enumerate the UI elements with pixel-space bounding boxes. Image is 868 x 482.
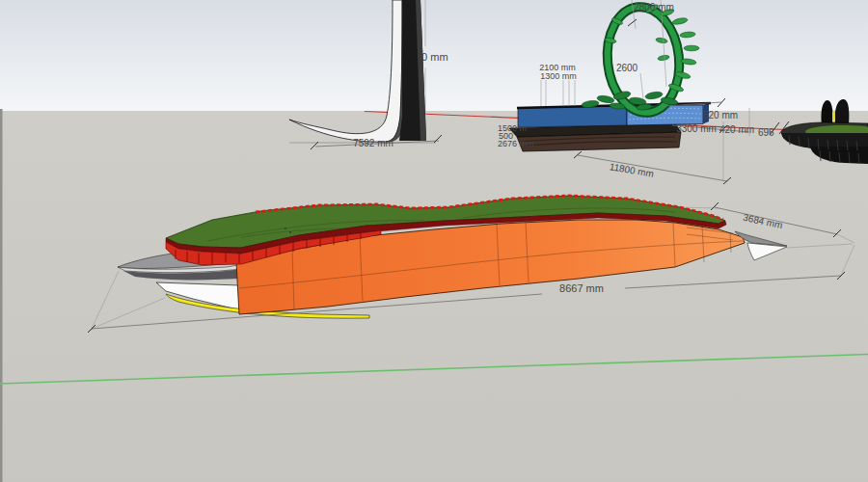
- dim-pool-h2: 1300 mm: [540, 71, 577, 81]
- modeling-viewport[interactable]: 40 mm 7592 mm: [0, 0, 868, 482]
- dim-arch-height: 2800 mm: [634, 2, 674, 13]
- viewport-left-edge: [0, 109, 3, 482]
- dim-tower-base: 7592 mm: [353, 138, 393, 148]
- scene-svg[interactable]: 40 mm 7592 mm: [0, 0, 868, 482]
- dim-pool-len-b: 420 mm: [719, 124, 754, 135]
- pool-face-shaded: [518, 106, 627, 127]
- dim-pool-len-a: 3300 mm: [676, 123, 717, 134]
- dim-arch-span: 2600: [616, 63, 638, 73]
- dim-edge-right: 696: [758, 127, 774, 138]
- cactus-yellow-sliver: [832, 110, 835, 122]
- dim-pool-right: 520 mm: [703, 110, 738, 120]
- ground: [0, 111, 868, 482]
- dim-bench-length: 8667 mm: [559, 282, 604, 294]
- dim-pool-left-c: 2676 mm: [498, 139, 534, 148]
